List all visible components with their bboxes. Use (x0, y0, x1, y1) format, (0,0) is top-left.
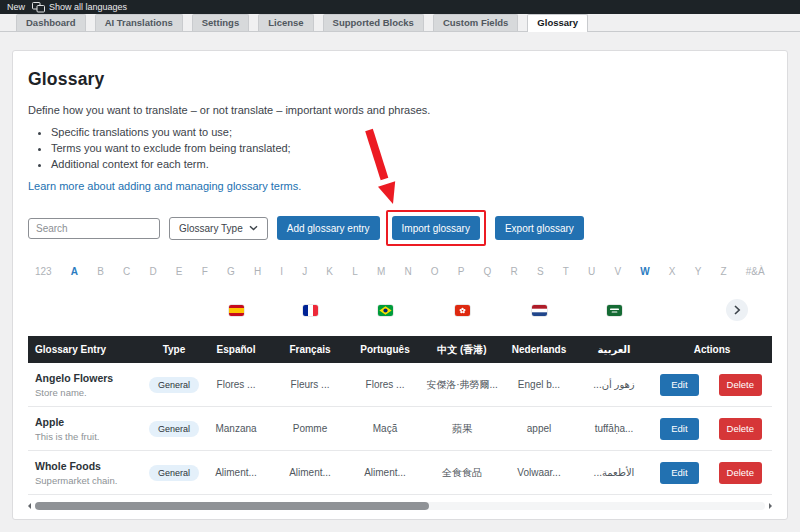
alphabet-letter-V[interactable]: V (614, 266, 621, 277)
admin-bar-new-label: New (7, 2, 25, 12)
edit-button[interactable]: Edit (660, 462, 698, 484)
type-badge: General (149, 465, 199, 481)
alphabet-letter-F[interactable]: F (202, 266, 208, 277)
alphabet-letter-I[interactable]: I (280, 266, 283, 277)
entry-note: Supermarket chain. (35, 475, 148, 486)
type-badge: General (149, 421, 199, 437)
admin-bar-new[interactable]: New (7, 2, 25, 12)
alphabet-letter-123[interactable]: 123 (35, 266, 52, 277)
translation-spanish: Flores ... (200, 379, 272, 390)
glossary-type-select[interactable]: Glossary Type (169, 217, 268, 240)
alphabet-letter-N[interactable]: N (404, 266, 411, 277)
table-row: Apple This is the fruit. General Manzana… (28, 407, 772, 451)
languages-icon (32, 2, 45, 13)
admin-bar-languages[interactable]: Show all languages (32, 2, 127, 13)
translation-portuguese: Maçã (348, 423, 422, 434)
scrollbar-track (35, 502, 765, 510)
page-title: Glossary (28, 69, 772, 90)
alphabet-letter-H[interactable]: H (254, 266, 261, 277)
delete-button[interactable]: Delete (719, 374, 762, 396)
alphabet-letter-X[interactable]: X (669, 266, 676, 277)
scroll-right-arrow[interactable] (769, 503, 772, 509)
feature-item: Terms you want to exclude from being tra… (51, 142, 772, 154)
tab-dashboard[interactable]: Dashboard (16, 14, 86, 31)
add-glossary-entry-button[interactable]: Add glossary entry (277, 216, 380, 240)
tab-license[interactable]: License (258, 14, 313, 31)
translation-chinese: 安傑洛·弗勞爾... (422, 378, 502, 392)
alphabet-letter-T[interactable]: T (563, 266, 569, 277)
alphabet-letter-E[interactable]: E (176, 266, 183, 277)
learn-more-link[interactable]: Learn more about adding and managing glo… (28, 180, 301, 192)
tab-supported-blocks[interactable]: Supported Blocks (323, 14, 424, 31)
tab-glossary[interactable]: Glossary (527, 14, 588, 32)
import-glossary-button[interactable]: Import glossary (392, 216, 480, 240)
flag-hong-kong-icon (455, 305, 470, 316)
column-header-type: Type (148, 344, 200, 355)
alphabet-letter-O[interactable]: O (431, 266, 439, 277)
alphabet-letter-R[interactable]: R (511, 266, 518, 277)
table-row: Whole Foods Supermarket chain. General A… (28, 451, 772, 495)
feature-item: Specific translations you want to use; (51, 126, 772, 138)
alphabet-letter-A[interactable]: A (71, 266, 78, 277)
delete-button[interactable]: Delete (719, 418, 762, 440)
translation-portuguese: Aliment... (348, 467, 422, 478)
flag-brazil-icon (378, 305, 393, 316)
alphabet-letter-#&À[interactable]: #&À (746, 266, 765, 277)
column-header-entry: Glossary Entry (28, 344, 148, 355)
alphabet-letter-G[interactable]: G (227, 266, 235, 277)
entry-note: Store name. (35, 387, 148, 398)
chevron-down-icon (249, 225, 258, 231)
flag-france-icon (303, 305, 318, 316)
table-row: Angelo Flowers Store name. General Flore… (28, 363, 772, 407)
alphabet-letter-Q[interactable]: Q (484, 266, 492, 277)
feature-list: Specific translations you want to use; T… (28, 126, 772, 170)
translation-arabic: tuffāḥa... (576, 423, 652, 434)
alphabet-letter-C[interactable]: C (123, 266, 130, 277)
page-description: Define how you want to translate – or no… (28, 104, 772, 116)
translation-french: Pomme (272, 423, 348, 434)
scroll-left-arrow[interactable] (28, 503, 31, 509)
tab-settings[interactable]: Settings (192, 14, 249, 31)
entry-name: Whole Foods (35, 460, 148, 472)
alphabet-letter-W[interactable]: W (640, 266, 649, 277)
next-languages-button[interactable] (726, 299, 748, 321)
alphabet-letter-K[interactable]: K (326, 266, 333, 277)
alphabet-letter-J[interactable]: J (302, 266, 307, 277)
alphabet-letter-Z[interactable]: Z (720, 266, 726, 277)
export-glossary-button[interactable]: Export glossary (495, 216, 584, 240)
edit-button[interactable]: Edit (660, 374, 698, 396)
table-header-row: Glossary Entry Type Español Français Por… (28, 336, 772, 363)
delete-button[interactable]: Delete (719, 462, 762, 484)
alphabet-letter-Y[interactable]: Y (695, 266, 702, 277)
tab-bar: Dashboard AI Translations Settings Licen… (0, 14, 800, 32)
column-header-dutch: Nederlands (502, 344, 576, 355)
translation-french: Aliment... (272, 467, 348, 478)
translation-french: Fleurs ... (272, 379, 348, 390)
alphabet-letter-M[interactable]: M (377, 266, 385, 277)
scrollbar-thumb[interactable] (35, 502, 429, 510)
entry-note: This is the fruit. (35, 431, 148, 442)
translation-arabic: ...زهور أن (576, 379, 652, 390)
translation-portuguese: Flores ... (348, 379, 422, 390)
glossary-type-select-label: Glossary Type (179, 223, 243, 234)
translation-chinese: 蘋果 (422, 422, 502, 436)
alphabet-letter-B[interactable]: B (97, 266, 104, 277)
column-header-portuguese: Português (348, 344, 422, 355)
translation-dutch: Volwaar... (502, 467, 576, 478)
column-header-arabic: العربية (576, 344, 652, 355)
alphabet-letter-D[interactable]: D (149, 266, 156, 277)
edit-button[interactable]: Edit (660, 418, 698, 440)
alphabet-letter-L[interactable]: L (352, 266, 358, 277)
entry-name: Apple (35, 416, 148, 428)
alphabet-letter-U[interactable]: U (588, 266, 595, 277)
tab-ai-translations[interactable]: AI Translations (95, 14, 183, 31)
tab-custom-fields[interactable]: Custom Fields (433, 14, 518, 31)
chevron-right-icon (733, 305, 741, 315)
admin-bar: New Show all languages (0, 0, 800, 14)
language-flags-row (28, 299, 772, 321)
column-header-actions: Actions (652, 344, 772, 355)
translation-arabic: ...الأطعمة (576, 467, 652, 478)
alphabet-letter-P[interactable]: P (458, 266, 465, 277)
search-input[interactable] (28, 218, 160, 239)
alphabet-letter-S[interactable]: S (537, 266, 544, 277)
